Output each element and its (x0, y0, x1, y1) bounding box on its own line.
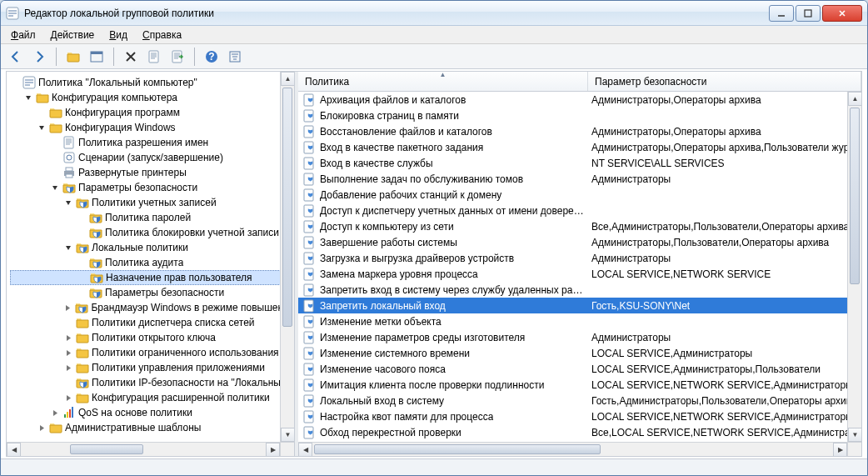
twisty-closed-icon[interactable] (63, 348, 73, 358)
policy-row[interactable]: Вход в качестве пакетного заданияАдминис… (298, 139, 861, 155)
tree-item[interactable]: Назначение прав пользователя (10, 270, 294, 285)
minimize-button[interactable] (769, 5, 794, 22)
policy-row[interactable]: Доступ к диспетчеру учетных данных от им… (298, 203, 861, 218)
list-hscroll[interactable]: ◀ ▶ (298, 442, 847, 456)
twisty-closed-icon[interactable] (50, 408, 60, 418)
twisty-closed-icon[interactable] (63, 333, 73, 343)
tree-item[interactable]: Политика разрешения имен (10, 135, 294, 150)
policy-row[interactable]: Обход перекрестной проверкиВсе,LOCAL SER… (298, 424, 861, 440)
column-header-param[interactable]: Параметр безопасности (588, 72, 861, 91)
tree-item[interactable]: Политики управления приложениями (10, 360, 294, 375)
toolbar-delete-button[interactable] (121, 47, 141, 67)
twisty-closed-icon[interactable] (63, 303, 72, 313)
scroll-right-button[interactable]: ▶ (266, 443, 280, 456)
scroll-right-button[interactable]: ▶ (833, 443, 847, 456)
tree-item[interactable]: Политики диспетчера списка сетей (10, 315, 294, 330)
twisty-open-icon[interactable] (37, 123, 47, 133)
tree[interactable]: Политика "Локальный компьютер"Конфигурац… (7, 72, 294, 438)
policy-row[interactable]: Изменение часового поясаLOCAL SERVICE,Ад… (298, 361, 861, 377)
tree-hscroll[interactable]: ◀ ▶ (7, 442, 280, 456)
tree-item[interactable]: Политика блокировки учетной записи (10, 225, 294, 240)
menu-file[interactable]: Файл (4, 28, 42, 43)
scroll-left-button[interactable]: ◀ (298, 443, 312, 456)
tree-item[interactable]: Конфигурация расширенной политики (10, 390, 294, 405)
tree-item[interactable]: Конфигурация Windows (10, 120, 294, 135)
tree-item[interactable]: Параметры безопасности (10, 180, 294, 195)
scroll-up-button[interactable]: ▲ (281, 72, 294, 86)
policy-param: NT SERVICE\ALL SERVICES (588, 158, 861, 169)
maximize-button[interactable] (796, 5, 821, 22)
policy-row[interactable]: Запретить вход в систему через службу уд… (298, 282, 861, 298)
toolbar-back-button[interactable] (6, 47, 26, 67)
policy-row[interactable]: Запретить локальный входГость,KSU-SONY\N… (298, 298, 861, 313)
column-header-policy[interactable]: ▲ Политика (298, 72, 588, 91)
twisty-none (50, 168, 60, 178)
policy-row[interactable]: Изменение метки объекта (298, 313, 861, 329)
policy-row[interactable]: Настройка квот памяти для процессаLOCAL … (298, 408, 861, 424)
menu-view[interactable]: Вид (102, 28, 134, 43)
policy-item-icon (303, 109, 317, 123)
policy-list[interactable]: Архивация файлов и каталоговАдминистрато… (298, 92, 861, 456)
policy-row[interactable]: Блокировка страниц в памяти (298, 108, 861, 123)
menu-action[interactable]: Действие (44, 28, 102, 43)
policy-row[interactable]: Вход в качестве службыNT SERVICE\ALL SER… (298, 155, 861, 171)
tree-item[interactable]: Политика паролей (10, 210, 294, 225)
policy-row[interactable]: Добавление рабочих станций к домену (298, 187, 861, 203)
twisty-open-icon[interactable] (63, 243, 73, 253)
toolbar-separator (194, 48, 195, 66)
twisty-open-icon[interactable] (63, 198, 73, 208)
toolbar-filter-button[interactable] (225, 47, 245, 67)
policy-row[interactable]: Архивация файлов и каталоговАдминистрато… (298, 92, 861, 108)
policy-row[interactable]: Загрузка и выгрузка драйверов устройствА… (298, 250, 861, 266)
tree-item[interactable]: Политика аудита (10, 255, 294, 270)
tree-item[interactable]: Брандмауэр Windows в режиме повышенной (10, 300, 294, 315)
scroll-down-button[interactable]: ▼ (848, 428, 861, 442)
scroll-down-button[interactable]: ▼ (281, 428, 294, 442)
tree-item[interactable]: Конфигурация программ (10, 105, 294, 120)
tree-item[interactable]: Политика "Локальный компьютер" (10, 75, 294, 90)
twisty-closed-icon[interactable] (37, 423, 47, 433)
folder-shield-icon (76, 196, 89, 209)
policy-row[interactable]: Доступ к компьютеру из сетиВсе,Администр… (298, 218, 861, 234)
close-button[interactable] (822, 5, 862, 22)
toolbar-properties-button[interactable] (144, 47, 164, 67)
tree-item[interactable]: Конфигурация компьютера (10, 90, 294, 105)
tree-item[interactable]: Параметры безопасности (10, 285, 294, 300)
tree-item[interactable]: Политики открытого ключа (10, 330, 294, 345)
tree-item[interactable]: Развернутые принтеры (10, 165, 294, 180)
policy-row[interactable]: Замена маркера уровня процессаLOCAL SERV… (298, 266, 861, 282)
policy-name: Архивация файлов и каталогов (320, 94, 466, 106)
toolbar-show-hide-button[interactable] (87, 47, 107, 67)
tree-item[interactable]: Политики IP-безопасности на "Локальный (10, 375, 294, 390)
scroll-left-button[interactable]: ◀ (7, 443, 21, 456)
tree-item[interactable]: Административные шаблоны (10, 420, 294, 435)
toolbar-up-button[interactable] (63, 47, 83, 67)
list-pane: ▲ Политика Параметр безопасности Архивац… (298, 72, 861, 456)
twisty-open-icon[interactable] (23, 93, 33, 103)
toolbar-help-button[interactable] (202, 47, 222, 67)
list-vscroll[interactable]: ▲ ▼ (847, 92, 861, 442)
twisty-none (50, 138, 60, 148)
policy-row[interactable]: Изменение системного времениLOCAL SERVIC… (298, 345, 861, 361)
policy-row[interactable]: Выполнение задач по обслуживанию томовАд… (298, 171, 861, 187)
titlebar[interactable]: Редактор локальной групповой политики (1, 1, 867, 26)
twisty-closed-icon[interactable] (63, 393, 73, 403)
policy-row[interactable]: Восстановление файлов и каталоговАдминис… (298, 123, 861, 139)
menu-help[interactable]: Справка (136, 28, 188, 43)
policy-row[interactable]: Изменение параметров среды изготовителяА… (298, 329, 861, 345)
tree-item[interactable]: QoS на основе политики (10, 405, 294, 420)
folder-icon (76, 331, 89, 344)
tree-item[interactable]: Сценарии (запуск/завершение) (10, 150, 294, 165)
tree-vscroll[interactable]: ▲ ▼ (280, 72, 294, 442)
scroll-up-button[interactable]: ▲ (848, 92, 861, 106)
tree-item[interactable]: Политики учетных записей (10, 195, 294, 210)
policy-row[interactable]: Завершение работы системыАдминистраторы,… (298, 234, 861, 250)
twisty-closed-icon[interactable] (63, 363, 73, 373)
toolbar-forward-button[interactable] (29, 47, 49, 67)
twisty-open-icon[interactable] (50, 183, 60, 193)
policy-row[interactable]: Локальный вход в системуГость,Администра… (298, 393, 861, 408)
tree-item[interactable]: Политики ограниченного использования (10, 345, 294, 360)
policy-row[interactable]: Имитация клиента после проверки подлинно… (298, 377, 861, 393)
tree-item[interactable]: Локальные политики (10, 240, 294, 255)
toolbar-export-button[interactable] (167, 47, 187, 67)
